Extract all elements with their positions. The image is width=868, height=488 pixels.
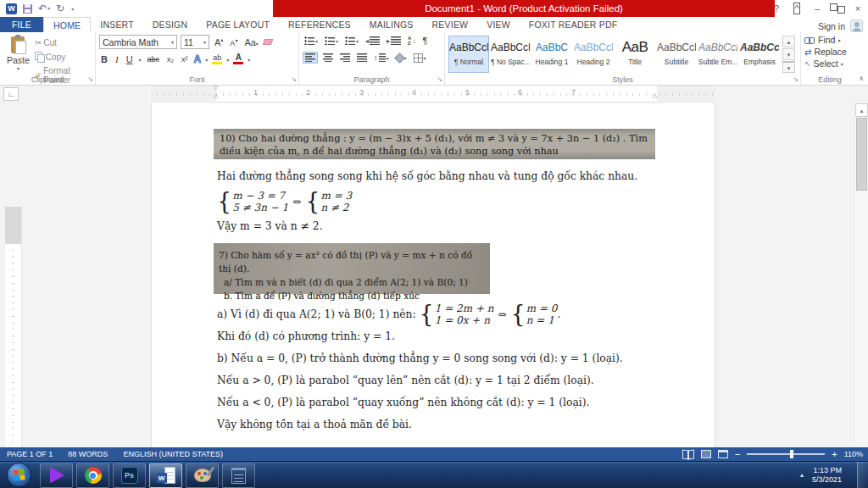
scroll-up-button[interactable]: ▴	[855, 103, 868, 117]
doc-paragraph[interactable]: Vậy m = 3 và n ≠ 2.	[217, 220, 656, 232]
language-status[interactable]: ENGLISH (UNITED STATES)	[123, 450, 223, 458]
styles-more-button[interactable]: ▾	[782, 61, 795, 73]
doc-paragraph-with-equation[interactable]: a) Vì (d) đi qua A(2; 1) và B(0; 1) nên:…	[217, 302, 656, 326]
right-indent-marker[interactable]: △	[653, 93, 657, 98]
font-name-combobox[interactable]: Cambria Math▾	[99, 35, 177, 49]
taskbar-word-button[interactable]: W	[149, 463, 182, 488]
zoom-in-button[interactable]: +	[832, 450, 837, 458]
style-heading-1[interactable]: AaBbCHeading 1	[531, 36, 572, 73]
show-desktop-button[interactable]	[857, 462, 868, 488]
multilevel-list-button[interactable]: ▾	[343, 36, 360, 46]
redo-button[interactable]: ↻	[56, 3, 64, 14]
font-color-dropdown-icon[interactable]: ▾	[248, 57, 250, 63]
tab-view[interactable]: VIEW	[477, 17, 520, 32]
font-dialog-launcher[interactable]: ↘	[291, 76, 297, 83]
tab-insert[interactable]: INSERT	[91, 17, 143, 32]
copy-button[interactable]: Copy	[33, 51, 92, 63]
taskbar-kmplayer-button[interactable]	[40, 463, 73, 488]
taskbar-notepad-button[interactable]	[222, 463, 255, 488]
taskbar-chrome-button[interactable]	[76, 463, 109, 488]
start-button[interactable]	[7, 463, 31, 487]
doc-paragraph[interactable]: Khi đó (d) có phương trình: y = 1.	[217, 330, 656, 342]
find-button[interactable]: Find▾	[804, 35, 856, 45]
superscript-button[interactable]: x²	[180, 55, 190, 64]
bullets-button[interactable]: ▾	[303, 36, 320, 46]
print-layout-button[interactable]	[701, 450, 711, 458]
shading-button[interactable]: ▾	[394, 53, 409, 63]
sign-in-link[interactable]: Sign in	[818, 21, 845, 31]
font-color-button[interactable]: A	[233, 54, 243, 64]
justify-button[interactable]	[355, 53, 369, 63]
tab-mailings[interactable]: MAILINGS	[360, 17, 423, 32]
show-hidden-icons-button[interactable]: ▴	[800, 471, 804, 479]
ribbon-display-options-button[interactable]: ^	[787, 0, 807, 17]
shrink-font-button[interactable]: A▾	[228, 37, 239, 47]
underline-dropdown-icon[interactable]: ▾	[139, 57, 142, 63]
style-subtle-emphasis[interactable]: AaBbCcDSubtle Em...	[698, 36, 738, 73]
clear-formatting-button[interactable]	[263, 39, 274, 45]
highlight-color-button[interactable]: ab	[212, 54, 222, 64]
highlight-dropdown-icon[interactable]: ▾	[226, 57, 229, 63]
document-page[interactable]: 10) Cho hai đường thẳng : y = (m − 3)x +…	[151, 103, 715, 447]
doc-equation-system[interactable]: { m − 3 = 75 ≠ 3n − 1 ⇔ { m = 3n ≠ 2	[217, 190, 656, 214]
collapse-ribbon-button[interactable]: ∧	[859, 75, 864, 82]
style-title[interactable]: AaBTitle	[615, 36, 655, 73]
horizontal-ruler[interactable]: 1 2 3 4 5 6 7 ▽ △ △	[151, 86, 715, 103]
minimize-button[interactable]: –	[807, 0, 827, 17]
scrollbar-thumb[interactable]	[856, 118, 867, 191]
tab-foxit-reader-pdf[interactable]: FOXIT READER PDF	[520, 17, 627, 32]
zoom-level[interactable]: 110%	[844, 450, 863, 458]
paragraph-dialog-launcher[interactable]: ↘	[437, 76, 442, 83]
show-paragraph-marks-button[interactable]: ¶	[420, 35, 429, 47]
doc-paragraph[interactable]: Nếu a > 0, (P) là parabol “quay lên” nên…	[217, 374, 656, 386]
close-button[interactable]: ×	[848, 0, 868, 17]
align-right-button[interactable]	[338, 53, 352, 63]
tab-page-layout[interactable]: PAGE LAYOUT	[197, 17, 279, 32]
doc-paragraph[interactable]: Nếu a < 0, (P) là parabol “quay xuống” n…	[217, 396, 656, 408]
tab-review[interactable]: REVIEW	[423, 17, 478, 32]
numbering-button[interactable]: ▾	[323, 36, 340, 46]
bold-button[interactable]: B	[99, 54, 109, 64]
line-spacing-button[interactable]: ↕▾	[372, 53, 391, 63]
scanned-problem-image-1[interactable]: 10) Cho hai đường thẳng : y = (m − 3)x +…	[214, 129, 655, 159]
read-mode-button[interactable]	[682, 450, 694, 458]
style-no-spacing[interactable]: AaBbCcD¶ No Spac...	[490, 36, 531, 73]
grow-font-button[interactable]: A▴	[213, 36, 225, 47]
styles-scroll-up-button[interactable]: ▴	[782, 36, 795, 47]
underline-button[interactable]: U	[125, 54, 135, 64]
tab-design[interactable]: DESIGN	[143, 17, 197, 32]
text-effects-button[interactable]: A	[194, 53, 202, 65]
first-line-indent-marker[interactable]: ▽	[214, 86, 218, 91]
replace-button[interactable]: ⇄Replace	[804, 47, 856, 57]
doc-paragraph[interactable]: Vậy không tồn tại a thoả mãn đề bài.	[217, 419, 656, 430]
hanging-indent-marker[interactable]: △	[214, 93, 218, 98]
strikethrough-button[interactable]: abc	[146, 55, 162, 64]
help-button[interactable]: ?	[766, 0, 787, 17]
undo-button[interactable]: ↶▾	[38, 3, 50, 14]
cut-button[interactable]: ✂Cut	[33, 37, 92, 48]
paste-dropdown-icon[interactable]: ▾	[17, 65, 19, 71]
taskbar-paint-button[interactable]	[186, 463, 219, 488]
subscript-button[interactable]: x₂	[165, 55, 175, 64]
restore-button[interactable]	[827, 0, 848, 17]
vertical-scrollbar[interactable]: ▴	[854, 103, 868, 447]
word-count-status[interactable]: 88 WORDS	[68, 450, 108, 458]
align-center-button[interactable]	[321, 53, 335, 63]
vertical-ruler[interactable]	[5, 207, 22, 447]
user-avatar-icon[interactable]	[850, 19, 863, 32]
tab-home[interactable]: HOME	[43, 17, 91, 32]
page-count-status[interactable]: PAGE 1 OF 1	[7, 450, 53, 458]
italic-button[interactable]: I	[114, 54, 120, 64]
scanned-problem-image-2[interactable]: 7) Cho hàm số y = ax² có đồ thị (P) và y…	[214, 243, 490, 294]
web-layout-button[interactable]	[718, 450, 728, 458]
zoom-out-button[interactable]: −	[735, 450, 740, 458]
select-button[interactable]: ↖Select▾	[804, 58, 856, 69]
align-left-button[interactable]	[303, 52, 318, 64]
undo-dropdown-icon[interactable]: ▾	[47, 3, 50, 14]
save-icon[interactable]	[23, 4, 32, 14]
taskbar-photoshop-button[interactable]: Ps	[113, 463, 146, 488]
qat-customize-button[interactable]: ▾	[71, 6, 74, 12]
sort-button[interactable]: AZ↓	[406, 35, 417, 47]
increase-indent-button[interactable]: ▸	[385, 36, 403, 46]
doc-paragraph[interactable]: Hai đường thẳng song song khi hệ số góc …	[217, 170, 656, 182]
